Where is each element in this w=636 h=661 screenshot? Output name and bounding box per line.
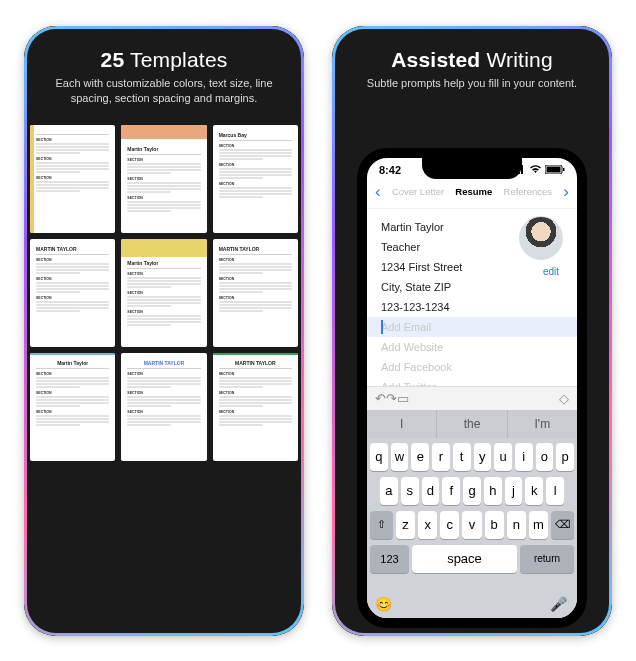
- key-123[interactable]: 123: [370, 545, 409, 573]
- tab-references[interactable]: References: [504, 186, 553, 197]
- key-j[interactable]: j: [505, 477, 523, 505]
- key-delete[interactable]: ⌫: [551, 511, 574, 539]
- template-thumb[interactable]: Martin Taylor SECTIONSECTIONSECTION: [30, 353, 115, 461]
- tab-bar: ‹ Cover Letter Resume References ›: [367, 178, 577, 209]
- keyboard-toolbar: ↶ ↷ ▭ ◇: [367, 386, 577, 410]
- key-t[interactable]: t: [453, 443, 471, 471]
- key-q[interactable]: q: [370, 443, 388, 471]
- redo-icon[interactable]: ↷: [386, 391, 397, 406]
- key-o[interactable]: o: [536, 443, 554, 471]
- assisted-title: Assisted Writing: [350, 48, 594, 72]
- field-facebook-prompt[interactable]: Add Facebook: [381, 357, 563, 377]
- suggestion-3[interactable]: I'm: [508, 410, 577, 438]
- tab-resume[interactable]: Resume: [455, 186, 492, 197]
- field-email-prompt[interactable]: Add Email: [367, 317, 577, 337]
- field-city[interactable]: City, State ZIP: [381, 277, 563, 297]
- key-shift[interactable]: ⇧: [370, 511, 393, 539]
- assisted-panel: Assisted Writing Subtle prompts help you…: [332, 26, 612, 636]
- key-i[interactable]: i: [515, 443, 533, 471]
- key-space[interactable]: space: [412, 545, 517, 573]
- status-time: 8:42: [379, 164, 401, 176]
- keyboard: qwertyuiop asdfghjkl ⇧zxcvbnm⌫ 123spacer…: [367, 438, 577, 618]
- key-x[interactable]: x: [418, 511, 437, 539]
- avatar[interactable]: [519, 216, 563, 260]
- key-r[interactable]: r: [432, 443, 450, 471]
- template-thumb[interactable]: Martin Taylor SECTIONSECTIONSECTION: [121, 125, 206, 233]
- key-p[interactable]: p: [556, 443, 574, 471]
- templates-grid: SECTIONSECTIONSECTION Martin Taylor SECT…: [24, 121, 304, 461]
- key-h[interactable]: h: [484, 477, 502, 505]
- assisted-subtitle: Subtle prompts help you fill in your con…: [350, 76, 594, 92]
- key-l[interactable]: l: [546, 477, 564, 505]
- template-thumb[interactable]: MARTIN TAYLOR SECTIONSECTIONSECTION: [121, 353, 206, 461]
- mic-key[interactable]: 🎤: [550, 596, 567, 612]
- templates-header: 25 Templates Each with customizable colo…: [24, 26, 304, 122]
- svg-rect-6: [563, 168, 565, 171]
- templates-subtitle: Each with customizable colors, text size…: [42, 76, 286, 108]
- key-e[interactable]: e: [411, 443, 429, 471]
- key-u[interactable]: u: [494, 443, 512, 471]
- key-s[interactable]: s: [401, 477, 419, 505]
- phone-notch: [422, 157, 522, 179]
- svg-rect-5: [547, 167, 561, 173]
- tab-cover-letter[interactable]: Cover Letter: [392, 186, 444, 197]
- wifi-icon: [529, 165, 542, 174]
- phone-mock: 8:42 ‹ Cover Letter Resume References › …: [357, 148, 587, 628]
- key-return[interactable]: return: [520, 545, 574, 573]
- suggestion-1[interactable]: I: [367, 410, 437, 438]
- battery-icon: [545, 165, 565, 174]
- templates-panel: 25 Templates Each with customizable colo…: [24, 26, 304, 636]
- templates-title: 25 Templates: [42, 48, 286, 72]
- field-phone[interactable]: 123-123-1234: [381, 297, 563, 317]
- clipboard-icon[interactable]: ▭: [397, 391, 409, 406]
- template-thumb[interactable]: MARTIN TAYLOR SECTIONSECTIONSECTION: [213, 353, 298, 461]
- template-thumb[interactable]: MARTIN TAYLOR SECTIONSECTIONSECTION: [30, 239, 115, 347]
- key-c[interactable]: c: [440, 511, 459, 539]
- key-b[interactable]: b: [485, 511, 504, 539]
- tab-prev-chevron[interactable]: ‹: [375, 182, 381, 202]
- key-d[interactable]: d: [422, 477, 440, 505]
- key-n[interactable]: n: [507, 511, 526, 539]
- template-thumb[interactable]: MARTIN TAYLOR SECTIONSECTIONSECTION: [213, 239, 298, 347]
- undo-icon[interactable]: ↶: [375, 391, 386, 406]
- key-a[interactable]: a: [380, 477, 398, 505]
- key-f[interactable]: f: [442, 477, 460, 505]
- assisted-header: Assisted Writing Subtle prompts help you…: [332, 26, 612, 106]
- key-w[interactable]: w: [391, 443, 409, 471]
- key-g[interactable]: g: [463, 477, 481, 505]
- tab-next-chevron[interactable]: ›: [563, 182, 569, 202]
- key-y[interactable]: y: [474, 443, 492, 471]
- emoji-key[interactable]: 😊: [375, 596, 392, 612]
- keyboard-suggestions: I the I'm: [367, 410, 577, 438]
- field-address[interactable]: 1234 First Street: [381, 257, 563, 277]
- edit-link[interactable]: edit: [543, 266, 559, 277]
- field-website-prompt[interactable]: Add Website: [381, 337, 563, 357]
- template-thumb[interactable]: SECTIONSECTIONSECTION: [30, 125, 115, 233]
- key-m[interactable]: m: [529, 511, 548, 539]
- key-v[interactable]: v: [462, 511, 481, 539]
- key-k[interactable]: k: [525, 477, 543, 505]
- key-z[interactable]: z: [396, 511, 415, 539]
- suggestion-2[interactable]: the: [437, 410, 507, 438]
- format-icon[interactable]: ◇: [559, 391, 569, 406]
- template-thumb[interactable]: Martin Taylor SECTIONSECTIONSECTION: [121, 239, 206, 347]
- template-thumb[interactable]: Marcus Bay SECTIONSECTIONSECTION: [213, 125, 298, 233]
